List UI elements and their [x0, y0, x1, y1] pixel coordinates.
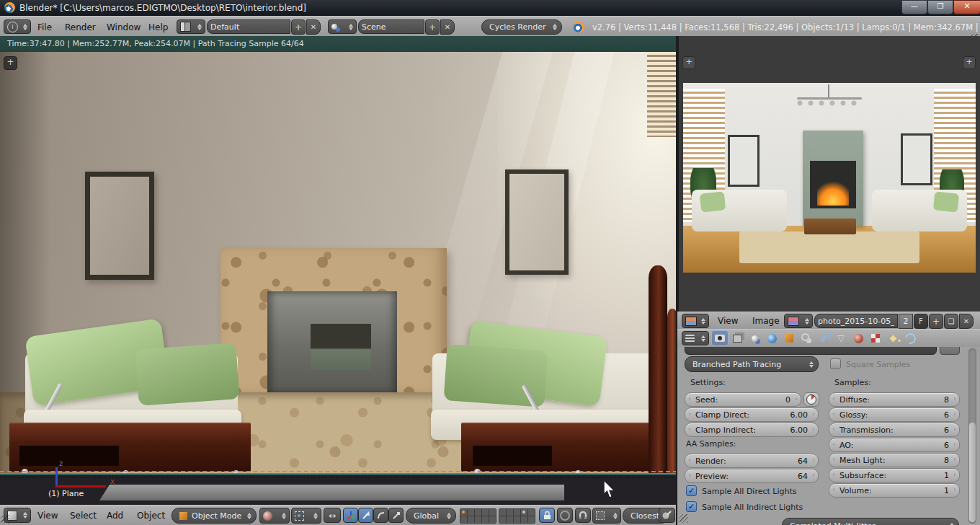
integrator-preset-dropdown[interactable]	[685, 347, 937, 355]
proportional-edit-button[interactable]	[557, 508, 573, 523]
manipulator-rotate-button[interactable]	[373, 508, 388, 523]
layer-cell[interactable]	[468, 516, 474, 523]
expand-panel-button[interactable]: +	[682, 56, 695, 69]
menu-view3d-add[interactable]: Add	[107, 511, 123, 521]
manipulator-scale-button[interactable]	[388, 508, 404, 523]
menu-render[interactable]: Render	[65, 22, 96, 32]
seed-animate-button[interactable]	[803, 392, 819, 407]
sample-all-direct-checkbox[interactable]	[686, 485, 697, 496]
tab-world[interactable]	[764, 331, 780, 345]
image-users-button[interactable]: 2	[899, 314, 913, 329]
layer-cell[interactable]	[521, 509, 527, 516]
restore-button[interactable]: ❐	[927, 0, 953, 14]
expand-panel-button[interactable]: +	[963, 56, 976, 69]
delete-scene-button[interactable]	[440, 19, 455, 35]
expand-panel-button[interactable]: +	[4, 56, 17, 70]
square-samples-checkbox[interactable]	[830, 358, 841, 369]
opengl-render-button[interactable]	[659, 508, 675, 523]
area-corner-grip[interactable]	[1, 515, 9, 524]
tab-modifiers[interactable]	[816, 331, 832, 345]
editor-type-selector[interactable]	[682, 314, 709, 328]
viewport-3d[interactable]: z x (1) Plane +	[0, 52, 677, 505]
layer-cell[interactable]	[475, 509, 481, 516]
menu-help[interactable]: Help	[148, 22, 168, 32]
menu-file[interactable]: File	[37, 22, 52, 32]
screen-layout-name[interactable]: Default	[207, 19, 290, 34]
snap-element-dropdown[interactable]	[592, 508, 621, 524]
image-name-field[interactable]: photo_2015-10-05_...	[814, 314, 898, 328]
layer-cell[interactable]	[460, 516, 467, 523]
layer-cell[interactable]	[460, 509, 467, 516]
scrollbar-thumb[interactable]	[969, 423, 976, 522]
clamp-direct-field[interactable]: Clamp Direct: 6.00	[685, 407, 819, 422]
add-layout-button[interactable]	[291, 19, 306, 35]
menu-view3d-select[interactable]: Select	[70, 511, 97, 521]
layer-cell[interactable]	[482, 509, 489, 516]
preset-add-button[interactable]	[940, 347, 960, 355]
menu-window[interactable]: Window	[107, 22, 141, 32]
render-engine-dropdown[interactable]: Cycles Render	[481, 19, 562, 35]
scene-name[interactable]: Scene	[358, 19, 424, 34]
tab-render[interactable]	[712, 331, 728, 345]
tab-object-data[interactable]: ▽	[833, 331, 849, 345]
transform-orientation-dropdown[interactable]: Global	[406, 508, 456, 524]
layer-cell[interactable]	[499, 509, 506, 516]
layer-cell[interactable]	[507, 509, 513, 516]
manipulator-toggle-button[interactable]: ↔	[324, 508, 341, 523]
editor-type-selector[interactable]	[682, 331, 709, 345]
sampling-pattern-dropdown[interactable]: Correlated Multi-Jitter	[782, 518, 959, 525]
layer-cell[interactable]	[514, 509, 520, 516]
layer-cell[interactable]	[514, 516, 520, 523]
viewport-shading-dropdown[interactable]	[259, 508, 290, 524]
tab-scene[interactable]	[747, 331, 762, 345]
layer-cell[interactable]	[475, 516, 481, 523]
layer-cell[interactable]	[528, 509, 535, 516]
layer-cell[interactable]	[468, 509, 474, 516]
tab-object[interactable]	[781, 331, 797, 345]
tab-texture[interactable]	[868, 331, 883, 345]
menu-view3d-view[interactable]: View	[37, 511, 58, 521]
area-separator[interactable]	[676, 36, 677, 525]
mesh-light-samples-field[interactable]: Mesh Light: 8	[829, 453, 960, 467]
tab-render-layers[interactable]	[729, 331, 745, 345]
aa-preview-field[interactable]: Preview: 64	[685, 469, 819, 483]
fake-user-button[interactable]: F	[914, 314, 928, 329]
properties-scrollbar[interactable]	[968, 348, 976, 524]
layer-cell[interactable]	[482, 516, 489, 523]
layer-cell[interactable]	[489, 516, 496, 523]
layer-cell[interactable]	[528, 516, 535, 523]
integrator-dropdown[interactable]: Branched Path Tracing	[685, 356, 819, 372]
layer-cell[interactable]	[521, 516, 527, 523]
menu-image[interactable]: Image	[752, 316, 780, 326]
area-corner-grip[interactable]	[680, 514, 688, 523]
layer-cell[interactable]	[499, 516, 506, 523]
menu-view[interactable]: View	[718, 316, 738, 326]
snap-toggle-button[interactable]	[575, 508, 591, 523]
mode-dropdown[interactable]: Object Mode	[172, 508, 257, 524]
ao-samples-field[interactable]: AO: 6	[829, 438, 960, 452]
new-image-button[interactable]	[929, 314, 943, 329]
tab-physics[interactable]	[902, 331, 918, 345]
manipulator-axis-button[interactable]	[343, 508, 358, 523]
image-browse-dropdown[interactable]	[784, 314, 813, 328]
diffuse-samples-field[interactable]: Diffuse: 8	[829, 392, 960, 407]
pivot-point-dropdown[interactable]	[291, 508, 321, 524]
manipulator-translate-button[interactable]	[358, 508, 373, 523]
tab-particles[interactable]	[885, 331, 901, 345]
tab-material[interactable]	[850, 331, 866, 345]
aa-render-field[interactable]: Render: 64	[685, 454, 819, 468]
seed-field[interactable]: Seed: 0	[685, 392, 801, 407]
lock-to-scene-button[interactable]	[539, 508, 555, 523]
subsurface-samples-field[interactable]: Subsurface: 1	[829, 468, 960, 482]
volume-samples-field[interactable]: Volume: 1	[829, 483, 960, 498]
transmission-samples-field[interactable]: Transmission: 6	[829, 423, 960, 437]
clamp-indirect-field[interactable]: Clamp Indirect: 6.00	[685, 423, 819, 437]
open-image-button[interactable]	[944, 314, 958, 329]
delete-layout-button[interactable]	[306, 19, 321, 35]
screen-layout-icon-button[interactable]	[177, 19, 205, 34]
layers-widget-group2[interactable]	[499, 508, 535, 524]
tab-constraints[interactable]	[798, 331, 814, 345]
editor-type-selector[interactable]: i	[4, 19, 31, 34]
menu-view3d-object[interactable]: Object	[137, 511, 165, 521]
add-scene-button[interactable]	[425, 19, 440, 35]
